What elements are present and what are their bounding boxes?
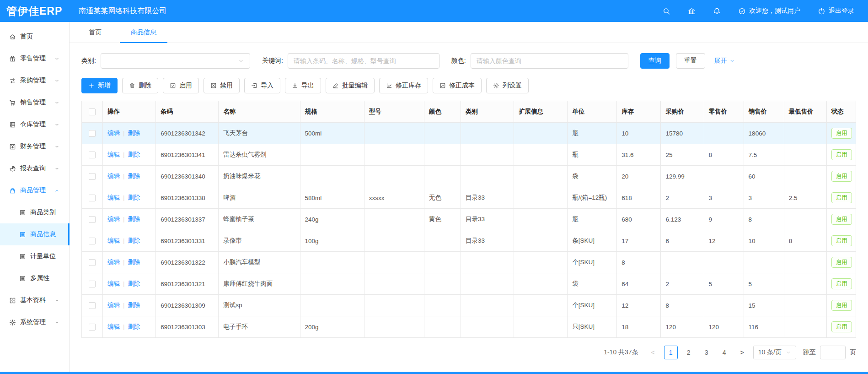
batch-edit-button[interactable]: 批量编辑 — [326, 78, 375, 93]
table-cell — [461, 252, 514, 273]
row-checkbox[interactable] — [89, 259, 96, 266]
table-cell — [514, 230, 568, 252]
sidebar-item-system[interactable]: 系统管理 — [0, 311, 69, 333]
fix-stock-button[interactable]: 修正库存 — [379, 78, 428, 93]
status-badge: 启用 — [831, 128, 852, 139]
user-welcome[interactable]: 欢迎您，测试用户 — [738, 7, 800, 15]
row-checkbox[interactable] — [89, 173, 96, 180]
edit-link[interactable]: 编辑 — [107, 151, 120, 158]
page-button-4[interactable]: 4 — [718, 346, 731, 359]
sidebar-item-purchase[interactable]: 采购管理 — [0, 70, 69, 92]
sidebar-item-goods-category[interactable]: 商品类别 — [0, 201, 69, 223]
sidebar-item-sale[interactable]: 销售管理 — [0, 92, 69, 114]
import-button[interactable]: 导入 — [244, 78, 280, 93]
page-button-2[interactable]: 2 — [682, 346, 696, 359]
edit-link[interactable]: 编辑 — [107, 194, 120, 201]
sidebar-item-attributes[interactable]: 多属性 — [0, 267, 69, 289]
column-header: 库存 — [617, 101, 661, 123]
delete-link[interactable]: 删除 — [128, 280, 140, 287]
delete-link[interactable]: 删除 — [128, 173, 140, 179]
add-button[interactable]: 新增 — [81, 78, 118, 93]
color-input[interactable] — [471, 53, 628, 69]
edit-link[interactable]: 编辑 — [107, 302, 120, 309]
delete-link[interactable]: 删除 — [128, 151, 140, 158]
tab-goods-info[interactable]: 商品信息 — [126, 22, 161, 43]
table-cell: 电子手环 — [219, 316, 300, 338]
logout-button[interactable]: 退出登录 — [818, 7, 854, 15]
table-cell — [514, 123, 568, 144]
column-setting-button[interactable]: 列设置 — [486, 78, 529, 93]
row-checkbox[interactable] — [89, 302, 96, 309]
edit-link[interactable]: 编辑 — [107, 323, 120, 330]
table-cell: 袋 — [568, 273, 617, 295]
search-button[interactable]: 查询 — [640, 53, 670, 69]
action-separator: | — [123, 302, 125, 309]
delete-link[interactable]: 删除 — [128, 194, 140, 201]
row-checkbox[interactable] — [89, 216, 96, 223]
delete-link[interactable]: 删除 — [128, 237, 140, 244]
delete-link[interactable]: 删除 — [128, 323, 140, 330]
sidebar-item-basic[interactable]: 基本资料 — [0, 289, 69, 311]
sidebar-item-unit[interactable]: 计量单位 — [0, 245, 69, 267]
sidebar-item-report[interactable]: 报表查询 — [0, 157, 69, 179]
table-row: 编辑|删除6901236301341雷达杀虫气雾剂瓶31.62587.5启用 — [82, 144, 856, 166]
chevron-down-icon — [54, 320, 59, 325]
sidebar-item-warehouse[interactable]: 仓库管理 — [0, 114, 69, 136]
edit-link[interactable]: 编辑 — [107, 130, 120, 136]
tab-home[interactable]: 首页 — [84, 22, 106, 43]
delete-link[interactable]: 删除 — [128, 302, 140, 309]
edit-link[interactable]: 编辑 — [107, 173, 120, 179]
reset-button[interactable]: 重置 — [676, 53, 705, 69]
page-size-select[interactable]: 10 条/页 — [753, 346, 796, 359]
table-cell: 116 — [744, 316, 784, 338]
row-checkbox[interactable] — [89, 152, 96, 158]
table-cell: 瓶 — [568, 144, 617, 166]
category-select[interactable] — [101, 53, 250, 69]
sidebar-item-goods[interactable]: 商品管理 — [0, 179, 69, 201]
table-cell: 2 — [661, 187, 704, 209]
disable-button[interactable]: 禁用 — [204, 78, 240, 93]
edit-link[interactable]: 编辑 — [107, 259, 120, 266]
table-row: 编辑|删除6901236301331录像带100g目录33条[SKU]17612… — [82, 230, 856, 252]
pagination-next[interactable]: > — [735, 346, 749, 359]
jump-page-input[interactable] — [820, 346, 846, 359]
edit-link[interactable]: 编辑 — [107, 280, 120, 287]
table-cell — [364, 230, 424, 252]
table-cell: 2.5 — [784, 187, 826, 209]
pagination-prev[interactable]: < — [646, 346, 660, 359]
delete-button[interactable]: 删除 — [122, 78, 158, 93]
expand-toggle[interactable]: 展开 — [714, 57, 735, 65]
row-checkbox[interactable] — [89, 281, 96, 287]
fix-cost-button[interactable]: 修正成本 — [433, 78, 482, 93]
bell-icon[interactable] — [713, 7, 721, 15]
select-all-checkbox[interactable] — [89, 108, 96, 115]
sidebar-item-goods-info[interactable]: 商品信息 — [0, 223, 69, 245]
page-button-3[interactable]: 3 — [700, 346, 713, 359]
button-label: 修正成本 — [449, 81, 475, 90]
pagination-total: 1-10 共37条 — [604, 348, 638, 357]
edit-link[interactable]: 编辑 — [107, 237, 120, 244]
table-cell — [364, 123, 424, 144]
sidebar-item-finance[interactable]: 财务管理 — [0, 136, 69, 157]
row-checkbox[interactable] — [89, 238, 96, 244]
keyword-input[interactable] — [288, 53, 439, 69]
row-checkbox[interactable] — [89, 195, 96, 201]
edit-link[interactable]: 编辑 — [107, 216, 120, 222]
delete-link[interactable]: 删除 — [128, 130, 140, 136]
row-checkbox[interactable] — [89, 324, 96, 331]
page-button-1[interactable]: 1 — [664, 346, 678, 359]
export-button[interactable]: 导出 — [285, 78, 321, 93]
table-cell: 580ml — [300, 187, 364, 209]
table-cell — [300, 166, 364, 187]
delete-link[interactable]: 删除 — [128, 259, 140, 266]
enable-button[interactable]: 启用 — [163, 78, 199, 93]
delete-link[interactable]: 删除 — [128, 216, 140, 222]
expand-label: 展开 — [714, 57, 727, 65]
logout-icon — [818, 7, 825, 15]
gift-icon — [9, 55, 16, 62]
search-icon[interactable] — [663, 7, 670, 15]
sidebar-item-retail[interactable]: 零售管理 — [0, 48, 69, 70]
sidebar-item-home[interactable]: 首页 — [0, 26, 69, 48]
row-checkbox[interactable] — [89, 130, 96, 137]
bank-icon[interactable] — [688, 7, 696, 15]
